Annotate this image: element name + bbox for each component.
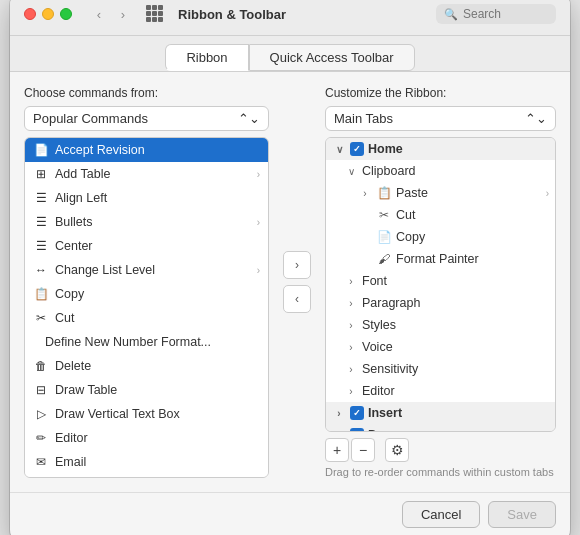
add-remove-buttons: + − ⚙: [325, 438, 556, 462]
drag-hint: Drag to re-order commands within custom …: [325, 466, 556, 478]
footer: Cancel Save: [10, 492, 570, 535]
list-item[interactable]: ☰ Bullets ›: [25, 210, 268, 234]
add-to-ribbon-button[interactable]: ›: [283, 251, 311, 279]
list-item[interactable]: ⊟ Draw Table: [25, 378, 268, 402]
search-icon: 🔍: [444, 8, 458, 21]
item-label: Paste: [396, 186, 428, 200]
ribbon-group-insert[interactable]: › ✓ Insert: [326, 402, 555, 424]
item-icon: ✉: [33, 455, 49, 469]
tabs-bar: Ribbon Quick Access Toolbar: [10, 36, 570, 72]
list-item[interactable]: ↔ Change List Level ›: [25, 258, 268, 282]
ribbon-group-editor[interactable]: › Editor: [326, 380, 555, 402]
right-panel: Customize the Ribbon: Main Tabs ⌃⌄ ∨ ✓ H…: [325, 86, 556, 478]
list-item[interactable]: 🗑 Delete: [25, 354, 268, 378]
item-label: Format Painter: [396, 252, 479, 266]
checkbox-home[interactable]: ✓: [350, 142, 364, 156]
item-label: Delete: [55, 359, 260, 373]
chevron-icon: ›: [257, 217, 260, 228]
close-button[interactable]: [24, 8, 36, 20]
add-group-button[interactable]: +: [325, 438, 349, 462]
copy-icon: 📄: [376, 230, 392, 244]
ribbon-group-home[interactable]: ∨ ✓ Home: [326, 138, 555, 160]
list-item[interactable]: ☰ Center: [25, 234, 268, 258]
list-item[interactable]: ⊞ Add Table ›: [25, 162, 268, 186]
list-item[interactable]: ☰ Align Left: [25, 186, 268, 210]
right-select-value: Main Tabs: [334, 111, 393, 126]
item-label: Email: [55, 455, 260, 469]
item-label: Insert: [368, 406, 402, 420]
format-painter-icon: 🖌: [376, 252, 392, 266]
ribbon-group-sensitivity[interactable]: › Sensitivity: [326, 358, 555, 380]
cancel-button[interactable]: Cancel: [402, 501, 480, 528]
item-label: Align Left: [55, 191, 260, 205]
list-item[interactable]: 📄 Accept Revision: [25, 138, 268, 162]
right-bottom: + − ⚙ Drag to re-order commands within c…: [325, 438, 556, 478]
window-title: Ribbon & Toolbar: [178, 7, 428, 22]
minimize-button[interactable]: [42, 8, 54, 20]
ribbon-item-paste[interactable]: › 📋 Paste ›: [326, 182, 555, 204]
list-item[interactable]: ↔ Fit to Window Width: [25, 474, 268, 478]
expand-icon: ›: [344, 386, 358, 397]
checkbox-draw[interactable]: ✓: [350, 428, 364, 432]
search-input[interactable]: [463, 7, 543, 21]
item-label: Define New Number Format...: [45, 335, 260, 349]
item-label: Cut: [396, 208, 415, 222]
item-icon: ▷: [33, 407, 49, 421]
checkbox-insert[interactable]: ✓: [350, 406, 364, 420]
item-icon: ⊞: [33, 167, 49, 181]
traffic-lights: [24, 8, 72, 20]
expand-icon: ›: [358, 188, 372, 199]
ribbon-item-cut[interactable]: ✂ Cut: [326, 204, 555, 226]
tab-quick-access[interactable]: Quick Access Toolbar: [249, 44, 415, 71]
paste-arrow: ›: [546, 188, 549, 199]
item-icon: ☰: [33, 191, 49, 205]
item-label: Home: [368, 142, 403, 156]
search-box[interactable]: 🔍: [436, 4, 556, 24]
ribbon-group-clipboard[interactable]: ∨ Clipboard: [326, 160, 555, 182]
ribbon-group-paragraph[interactable]: › Paragraph: [326, 292, 555, 314]
ribbon-group-font[interactable]: › Font: [326, 270, 555, 292]
list-item[interactable]: ▷ Draw Vertical Text Box: [25, 402, 268, 426]
item-label: Editor: [362, 384, 395, 398]
remove-group-button[interactable]: −: [351, 438, 375, 462]
item-icon: 📄: [33, 143, 49, 157]
tab-ribbon[interactable]: Ribbon: [165, 44, 248, 71]
item-icon: ↔: [33, 263, 49, 277]
left-select[interactable]: Popular Commands ⌃⌄: [24, 106, 269, 131]
list-item[interactable]: ✂ Cut: [25, 306, 268, 330]
right-select-arrow: ⌃⌄: [525, 111, 547, 126]
expand-icon: ›: [344, 364, 358, 375]
expand-icon: ∨: [344, 166, 358, 177]
back-button[interactable]: ‹: [88, 3, 110, 25]
expand-icon: ›: [332, 430, 346, 433]
list-item[interactable]: 📋 Copy: [25, 282, 268, 306]
left-select-value: Popular Commands: [33, 111, 148, 126]
item-label: Change List Level: [55, 263, 251, 277]
item-label: Accept Revision: [55, 143, 260, 157]
expand-icon: ∨: [332, 144, 346, 155]
item-label: Editor: [55, 431, 260, 445]
ribbon-group-styles[interactable]: › Styles: [326, 314, 555, 336]
right-select[interactable]: Main Tabs ⌃⌄: [325, 106, 556, 131]
item-label: Voice: [362, 340, 393, 354]
list-item[interactable]: ✉ Email: [25, 450, 268, 474]
left-panel: Choose commands from: Popular Commands ⌃…: [24, 86, 269, 478]
item-icon: ⊟: [33, 383, 49, 397]
ribbon-group-draw[interactable]: › ✓ Draw: [326, 424, 555, 432]
ribbon-item-format-painter[interactable]: 🖌 Format Painter: [326, 248, 555, 270]
titlebar: ‹ › Ribbon & Toolbar 🔍: [10, 0, 570, 36]
remove-from-ribbon-button[interactable]: ‹: [283, 285, 311, 313]
item-icon: 📋: [33, 287, 49, 301]
ribbon-group-voice[interactable]: › Voice: [326, 336, 555, 358]
expand-icon: ›: [344, 320, 358, 331]
maximize-button[interactable]: [60, 8, 72, 20]
save-button[interactable]: Save: [488, 501, 556, 528]
paste-icon: 📋: [376, 186, 392, 200]
settings-button[interactable]: ⚙: [385, 438, 409, 462]
ribbon-item-copy[interactable]: 📄 Copy: [326, 226, 555, 248]
list-item[interactable]: ✏ Editor: [25, 426, 268, 450]
right-list[interactable]: ∨ ✓ Home ∨ Clipboard › 📋 Paste ›: [325, 137, 556, 432]
left-list[interactable]: 📄 Accept Revision ⊞ Add Table › ☰ Align …: [24, 137, 269, 478]
forward-button[interactable]: ›: [112, 3, 134, 25]
list-item[interactable]: Define New Number Format...: [25, 330, 268, 354]
